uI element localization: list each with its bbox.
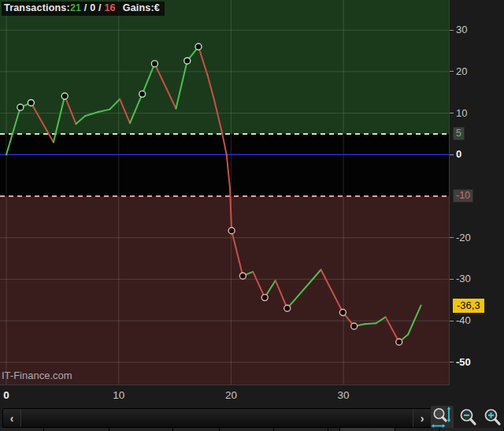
y-axis-tick [450, 30, 454, 31]
lower-panel-edge [0, 428, 504, 431]
transactions-separator: / [81, 2, 90, 13]
y-axis-tick [450, 154, 454, 155]
trade-marker [239, 273, 246, 279]
scroll-right-button[interactable]: › [413, 409, 431, 427]
y-axis-label: -40 [456, 314, 471, 327]
trade-marker [139, 91, 146, 97]
trade-marker [396, 339, 402, 345]
y-axis-label: 30 [456, 24, 467, 36]
threshold-value-badge: -10 [453, 189, 473, 202]
trade-marker [261, 295, 268, 301]
chevron-left-icon: ‹ [10, 412, 14, 425]
equity-segment-up [365, 323, 376, 324]
horizontal-scrollbar[interactable]: ‹ › [2, 408, 432, 428]
equity-curve-chart [0, 0, 449, 385]
scrollbar-thumb[interactable] [20, 409, 413, 427]
gains-label: Gains: [123, 2, 154, 13]
panel-edge-cell [328, 428, 339, 431]
y-axis-tick [450, 113, 454, 113]
zoom-out-button[interactable] [457, 406, 480, 430]
y-axis-label: -20 [456, 232, 471, 244]
x-axis-label: 20 [220, 389, 242, 401]
y-axis-label: 0 [456, 148, 461, 161]
chart-window: Transactions:21 / 0 / 16Gains:€ IT-Finan… [0, 0, 504, 431]
trade-marker [184, 58, 191, 64]
panel-edge-cell [44, 428, 109, 431]
scroll-left-button[interactable]: ‹ [3, 409, 20, 427]
x-axis-label: 10 [108, 389, 130, 401]
transactions-label: Transactions: [4, 2, 70, 13]
y-axis: 30201050-10-20-30-36,3-40-50 [450, 0, 504, 407]
magnifier-plus-icon [482, 407, 503, 429]
panel-edge-cell [220, 428, 273, 431]
trade-marker [151, 61, 158, 67]
trade-marker [284, 305, 291, 311]
zoom-fit-button[interactable] [431, 406, 454, 430]
panel-edge-cell [274, 428, 328, 431]
zoom-in-button[interactable] [481, 406, 504, 430]
y-axis-tick [450, 71, 454, 72]
trade-marker [17, 104, 24, 110]
y-axis-label: 10 [456, 107, 467, 120]
profit-zone [0, 0, 449, 134]
panel-edge-cell [440, 428, 503, 431]
threshold-value-badge: 5 [453, 127, 465, 140]
y-axis-label: 20 [456, 65, 467, 78]
panel-edge-cell [340, 428, 395, 431]
x-axis-label: 0 [0, 389, 17, 401]
panel-edge-cell [173, 428, 219, 431]
loss-zone [0, 196, 449, 385]
equity-curve-plot-area [0, 0, 450, 385]
trade-marker [351, 323, 358, 329]
x-axis-label: 30 [332, 389, 354, 401]
y-axis-tick [450, 362, 454, 362]
trade-marker [61, 93, 68, 99]
y-axis-label: -30 [456, 273, 471, 285]
trade-marker [339, 310, 346, 316]
watermark: IT-Finance.com [2, 370, 72, 381]
chart-toolbar: ‹ › [0, 406, 504, 428]
trade-marker [28, 99, 34, 106]
x-axis: 0102030 [0, 385, 449, 406]
y-axis-tick [450, 237, 454, 238]
current-value-badge: -36,3 [453, 299, 484, 313]
gains-currency: € [154, 2, 160, 13]
y-axis-tick [450, 321, 454, 321]
transactions-summary: Transactions:21 / 0 / 16Gains:€ [2, 2, 165, 16]
transactions-win-count: 21 [70, 2, 81, 13]
y-axis-tick [450, 279, 454, 280]
chevron-right-icon: › [421, 412, 424, 425]
y-axis-label: -50 [456, 356, 471, 369]
panel-edge-cell [0, 428, 43, 431]
magnifier-minus-icon [458, 407, 479, 429]
panel-edge-cell [109, 428, 172, 431]
panel-edge-cell [395, 428, 439, 431]
transactions-separator: / [95, 2, 104, 13]
magnifier-axes-icon [431, 406, 454, 430]
trade-marker [195, 43, 202, 50]
transactions-loss-count: 16 [104, 2, 115, 13]
trade-marker [228, 228, 235, 234]
